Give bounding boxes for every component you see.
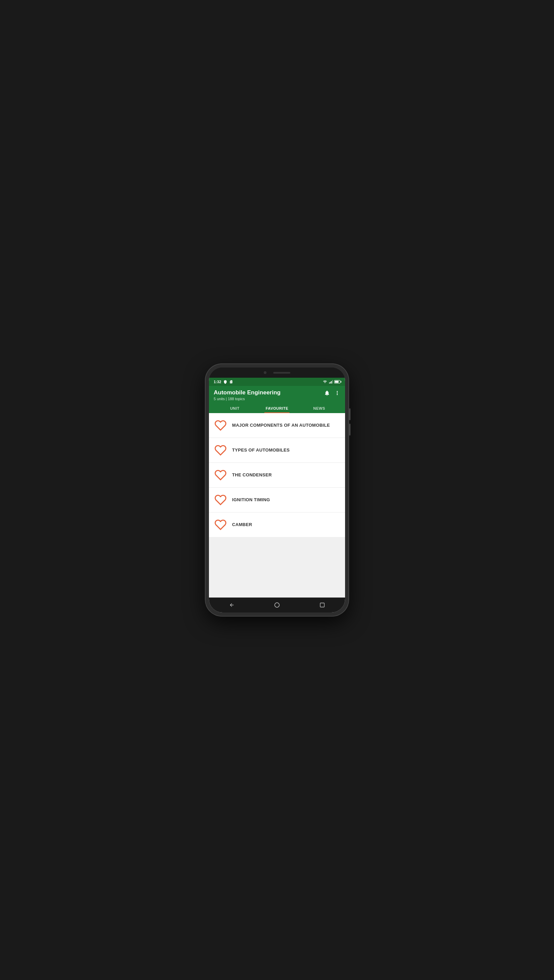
app-screen: 1:32: [209, 378, 345, 612]
tab-unit[interactable]: UNIT: [214, 404, 256, 413]
phone-screen: 1:32: [209, 368, 345, 612]
status-left: 1:32: [214, 380, 233, 384]
phone-device: 1:32: [205, 364, 349, 616]
header-top: Automobile Engineering 5 units | 188 top…: [214, 389, 340, 401]
signal-bars: [329, 380, 333, 383]
camera-dot: [264, 371, 266, 374]
tab-favourite[interactable]: FAVOURITE: [256, 404, 298, 413]
list-item[interactable]: TYPES OF AUTOMOBILES: [209, 438, 345, 463]
back-button[interactable]: [225, 598, 239, 612]
back-icon: [229, 602, 234, 608]
heart-icon: [214, 444, 227, 456]
app-header: Automobile Engineering 5 units | 188 top…: [209, 386, 345, 413]
phone-top-notch: [209, 368, 345, 378]
bell-icon: [324, 390, 330, 396]
sim-icon: [229, 380, 233, 384]
more-vertical-icon: [334, 390, 340, 396]
app-subtitle: 5 units | 188 topics: [214, 397, 280, 401]
item-label: THE CONDENSER: [232, 472, 272, 478]
item-label: MAJOR COMPONENTS OF AN AUTOMOBILE: [232, 423, 330, 428]
status-bar: 1:32: [209, 378, 345, 386]
battery-icon: [334, 380, 340, 383]
app-title: Automobile Engineering: [214, 389, 280, 396]
volume-down-button[interactable]: [349, 424, 350, 436]
header-text: Automobile Engineering 5 units | 188 top…: [214, 389, 280, 401]
favourites-list: MAJOR COMPONENTS OF AN AUTOMOBILE TYPES …: [209, 413, 345, 598]
more-options-button[interactable]: [334, 390, 340, 397]
home-icon: [274, 602, 280, 608]
tab-bar: UNIT FAVOURITE NEWS: [214, 404, 340, 413]
item-label: IGNITION TIMING: [232, 497, 270, 503]
notification-bell-button[interactable]: [324, 390, 330, 397]
list-item[interactable]: IGNITION TIMING: [209, 488, 345, 512]
tab-news[interactable]: NEWS: [298, 404, 340, 413]
recent-apps-icon: [320, 602, 325, 608]
heart-icon: [214, 419, 227, 431]
heart-icon: [214, 519, 227, 531]
speaker-grill: [273, 372, 290, 374]
battery-fill: [335, 381, 339, 383]
status-time: 1:32: [214, 380, 221, 384]
heart-icon: [214, 469, 227, 481]
heart-icon: [214, 494, 227, 506]
home-button[interactable]: [270, 598, 284, 612]
wifi-icon: [322, 380, 328, 384]
system-nav-bar: [209, 598, 345, 612]
status-right: [322, 380, 340, 384]
list-item[interactable]: THE CONDENSER: [209, 463, 345, 488]
item-label: TYPES OF AUTOMOBILES: [232, 447, 290, 453]
volume-up-button[interactable]: [349, 408, 350, 420]
list-item[interactable]: MAJOR COMPONENTS OF AN AUTOMOBILE: [209, 413, 345, 438]
svg-point-0: [275, 603, 279, 608]
shield-icon: [223, 380, 227, 384]
item-label: CAMBER: [232, 522, 252, 528]
header-icons: [324, 389, 340, 397]
recent-apps-button[interactable]: [315, 598, 329, 612]
svg-rect-1: [320, 603, 324, 607]
list-item[interactable]: CAMBER: [209, 512, 345, 537]
